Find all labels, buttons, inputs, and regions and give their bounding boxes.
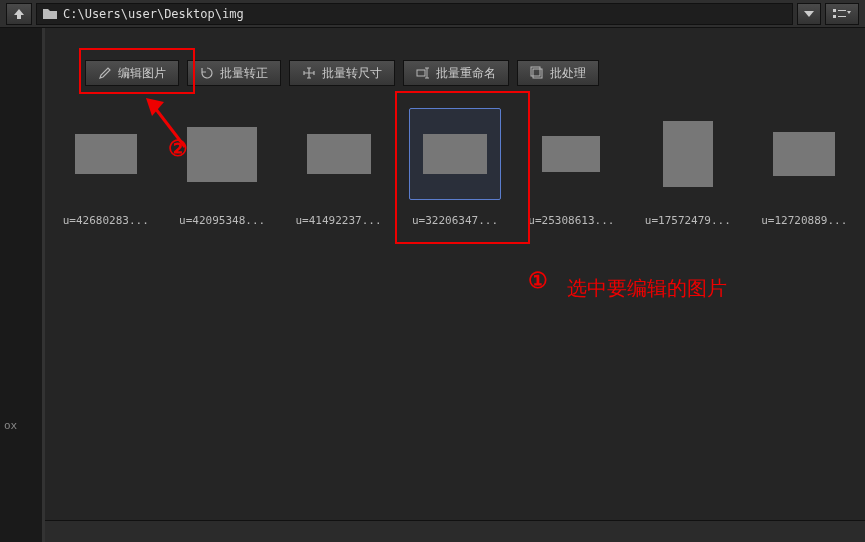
thumbnail-label: u=25308613... xyxy=(528,214,614,227)
thumbnail-imgbox xyxy=(525,108,617,200)
batch-resize-button[interactable]: 批量转尺寸 xyxy=(289,60,395,86)
thumbnail-image xyxy=(187,127,257,182)
batch-rotate-button[interactable]: 批量转正 xyxy=(187,60,281,86)
up-button[interactable] xyxy=(6,3,32,25)
thumbnail-imgbox xyxy=(60,108,152,200)
view-options-button[interactable] xyxy=(825,3,859,25)
batch-rename-button[interactable]: 批量重命名 xyxy=(403,60,509,86)
path-bar: C:\Users\user\Desktop\img xyxy=(0,0,865,28)
thumbnail-grid: u=42680283...u=42095348...u=41492237...u… xyxy=(55,108,855,227)
status-bar xyxy=(45,520,865,542)
svg-rect-1 xyxy=(838,10,846,11)
thumbnail-label: u=17572479... xyxy=(645,214,731,227)
thumbnail-image xyxy=(307,134,371,174)
toolbar: 编辑图片 批量转正 批量转尺寸 批量重命名 批处理 xyxy=(0,28,865,96)
thumbnail-item[interactable]: u=32206347... xyxy=(404,108,505,227)
annotation-number-1: ① xyxy=(528,268,548,294)
thumbnail-label: u=41492237... xyxy=(296,214,382,227)
edit-image-button[interactable]: 编辑图片 xyxy=(85,60,179,86)
thumbnail-imgbox xyxy=(409,108,501,200)
thumbnail-image xyxy=(542,136,600,172)
svg-rect-3 xyxy=(838,16,846,17)
rotate-icon xyxy=(200,66,214,80)
edit-image-label: 编辑图片 xyxy=(118,65,166,82)
folder-icon xyxy=(43,8,57,20)
thumbnail-label: u=32206347... xyxy=(412,214,498,227)
thumbnail-imgbox xyxy=(642,108,734,200)
batch-process-label: 批处理 xyxy=(550,65,586,82)
thumbnail-item[interactable]: u=41492237... xyxy=(288,108,389,227)
rename-icon xyxy=(416,66,430,80)
thumbnail-image xyxy=(75,134,137,174)
thumbnail-item[interactable]: u=42095348... xyxy=(171,108,272,227)
thumbnail-imgbox xyxy=(758,108,850,200)
thumbnail-label: u=42095348... xyxy=(179,214,265,227)
thumbnail-imgbox xyxy=(176,108,268,200)
pencil-icon xyxy=(98,66,112,80)
thumbnail-imgbox xyxy=(293,108,385,200)
path-input[interactable]: C:\Users\user\Desktop\img xyxy=(36,3,793,25)
batch-icon xyxy=(530,66,544,80)
batch-resize-label: 批量转尺寸 xyxy=(322,65,382,82)
thumbnail-item[interactable]: u=17572479... xyxy=(637,108,738,227)
svg-rect-5 xyxy=(533,69,542,78)
batch-rotate-label: 批量转正 xyxy=(220,65,268,82)
thumbnail-image xyxy=(773,132,835,176)
svg-rect-0 xyxy=(833,9,836,12)
svg-rect-2 xyxy=(833,15,836,18)
svg-rect-4 xyxy=(417,70,425,76)
path-text: C:\Users\user\Desktop\img xyxy=(63,7,244,21)
thumbnail-image xyxy=(423,134,487,174)
thumbnail-label: u=42680283... xyxy=(63,214,149,227)
thumbnail-image xyxy=(663,121,713,187)
annotation-caption: 选中要编辑的图片 xyxy=(567,275,727,302)
left-panel: ox xyxy=(0,28,45,542)
thumbnail-label: u=12720889... xyxy=(761,214,847,227)
batch-process-button[interactable]: 批处理 xyxy=(517,60,599,86)
thumbnail-item[interactable]: u=12720889... xyxy=(754,108,855,227)
resize-icon xyxy=(302,66,316,80)
left-panel-label: ox xyxy=(4,419,17,432)
batch-rename-label: 批量重命名 xyxy=(436,65,496,82)
thumbnail-item[interactable]: u=42680283... xyxy=(55,108,156,227)
path-dropdown[interactable] xyxy=(797,3,821,25)
svg-rect-6 xyxy=(531,67,540,76)
thumbnail-item[interactable]: u=25308613... xyxy=(521,108,622,227)
